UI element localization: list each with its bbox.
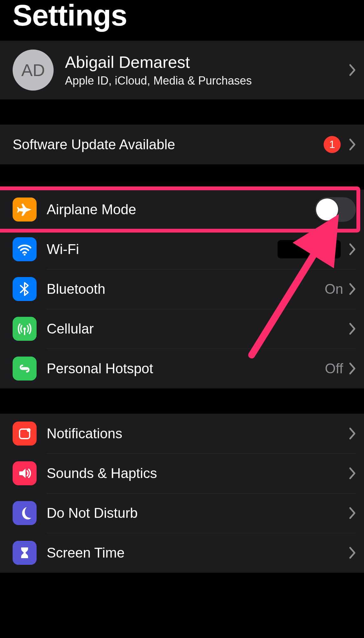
hotspot-value: Off <box>325 361 343 376</box>
wifi-label: Wi-Fi <box>47 241 278 257</box>
apple-id-row[interactable]: AD Abigail Demarest Apple ID, iCloud, Me… <box>0 41 364 99</box>
hotspot-row[interactable]: Personal Hotspot Off <box>0 349 364 388</box>
chevron-right-icon <box>349 283 356 295</box>
cellular-row[interactable]: Cellular <box>0 309 364 349</box>
profile-group: AD Abigail Demarest Apple ID, iCloud, Me… <box>0 41 364 99</box>
moon-icon <box>13 501 37 525</box>
update-badge: 1 <box>324 136 341 153</box>
avatar: AD <box>13 50 54 91</box>
notifications-label: Notifications <box>47 426 349 441</box>
page-title: Settings <box>0 0 364 41</box>
toggle-knob <box>316 198 338 221</box>
notifications-icon <box>13 422 37 446</box>
cellular-label: Cellular <box>47 321 349 337</box>
screentime-row[interactable]: Screen Time <box>0 533 364 573</box>
chevron-right-icon <box>349 64 356 76</box>
airplane-icon <box>13 198 37 222</box>
hourglass-icon <box>13 541 37 565</box>
chevron-right-icon <box>349 138 356 151</box>
general-group: Notifications Sounds & Haptics Do Not Di… <box>0 414 364 573</box>
svg-point-0 <box>24 254 26 256</box>
svg-rect-2 <box>24 329 25 335</box>
software-update-group: Software Update Available 1 <box>0 125 364 164</box>
sounds-row[interactable]: Sounds & Haptics <box>0 453 364 493</box>
notifications-row[interactable]: Notifications <box>0 414 364 453</box>
bluetooth-value: On <box>325 281 343 297</box>
profile-text: Abigail Demarest Apple ID, iCloud, Media… <box>65 53 349 87</box>
wifi-row[interactable]: Wi-Fi <box>0 229 364 269</box>
software-update-label: Software Update Available <box>0 137 324 152</box>
svg-point-4 <box>27 428 31 432</box>
bluetooth-label: Bluetooth <box>47 281 325 297</box>
dnd-label: Do Not Disturb <box>47 505 349 521</box>
hotspot-label: Personal Hotspot <box>47 361 325 376</box>
profile-name: Abigail Demarest <box>65 53 349 72</box>
profile-subtitle: Apple ID, iCloud, Media & Purchases <box>65 74 349 87</box>
bluetooth-row[interactable]: Bluetooth On <box>0 269 364 309</box>
screentime-label: Screen Time <box>47 545 349 561</box>
airplane-label: Airplane Mode <box>47 202 315 217</box>
bluetooth-icon <box>13 277 37 301</box>
chevron-right-icon <box>349 427 356 440</box>
connectivity-group: Airplane Mode Wi-Fi Bluetooth On <box>0 190 364 388</box>
sounds-label: Sounds & Haptics <box>47 465 349 481</box>
sounds-icon <box>13 461 37 485</box>
hotspot-icon <box>13 357 37 381</box>
wifi-value-redacted <box>278 240 341 258</box>
cellular-icon <box>13 317 37 341</box>
chevron-right-icon <box>349 467 356 480</box>
chevron-right-icon <box>349 507 356 519</box>
software-update-row[interactable]: Software Update Available 1 <box>0 125 364 164</box>
chevron-right-icon <box>349 362 356 375</box>
airplane-mode-row[interactable]: Airplane Mode <box>0 190 364 229</box>
airplane-mode-toggle[interactable] <box>315 197 356 222</box>
chevron-right-icon <box>349 322 356 335</box>
chevron-right-icon <box>349 243 356 256</box>
dnd-row[interactable]: Do Not Disturb <box>0 493 364 533</box>
wifi-icon <box>13 237 37 261</box>
chevron-right-icon <box>349 546 356 559</box>
